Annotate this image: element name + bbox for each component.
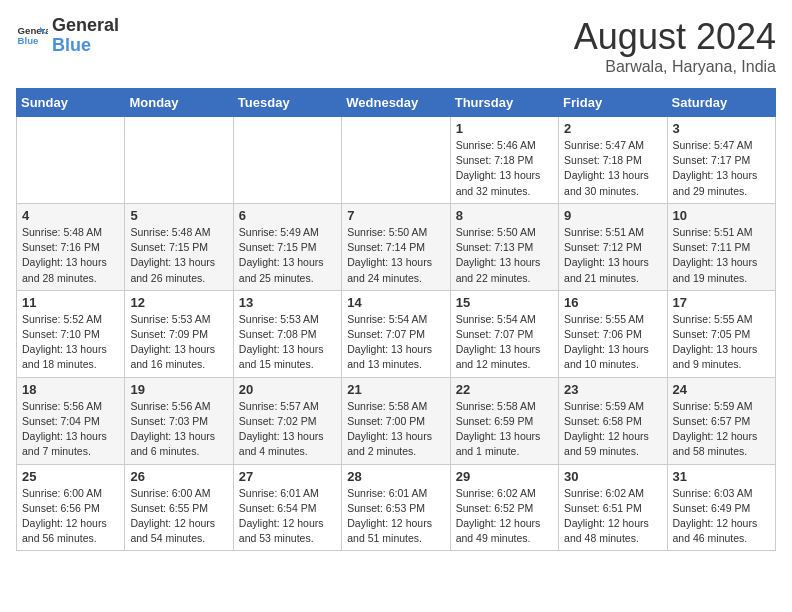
day-number: 13 [239,295,336,310]
calendar-cell: 19Sunrise: 5:56 AM Sunset: 7:03 PM Dayli… [125,377,233,464]
day-number: 14 [347,295,444,310]
day-info: Sunrise: 5:59 AM Sunset: 6:58 PM Dayligh… [564,399,661,460]
day-number: 25 [22,469,119,484]
day-number: 9 [564,208,661,223]
day-number: 29 [456,469,553,484]
day-number: 15 [456,295,553,310]
day-info: Sunrise: 5:46 AM Sunset: 7:18 PM Dayligh… [456,138,553,199]
svg-text:Blue: Blue [18,35,39,46]
day-info: Sunrise: 6:00 AM Sunset: 6:55 PM Dayligh… [130,486,227,547]
calendar-cell [233,117,341,204]
calendar-cell: 10Sunrise: 5:51 AM Sunset: 7:11 PM Dayli… [667,203,775,290]
calendar-cell: 27Sunrise: 6:01 AM Sunset: 6:54 PM Dayli… [233,464,341,551]
calendar-cell: 6Sunrise: 5:49 AM Sunset: 7:15 PM Daylig… [233,203,341,290]
calendar-week-2: 4Sunrise: 5:48 AM Sunset: 7:16 PM Daylig… [17,203,776,290]
page-header: General Blue General Blue August 2024 Ba… [16,16,776,76]
day-number: 21 [347,382,444,397]
day-info: Sunrise: 5:54 AM Sunset: 7:07 PM Dayligh… [456,312,553,373]
day-info: Sunrise: 6:03 AM Sunset: 6:49 PM Dayligh… [673,486,770,547]
calendar-header-row: SundayMondayTuesdayWednesdayThursdayFrid… [17,89,776,117]
calendar-cell: 20Sunrise: 5:57 AM Sunset: 7:02 PM Dayli… [233,377,341,464]
calendar-cell: 3Sunrise: 5:47 AM Sunset: 7:17 PM Daylig… [667,117,775,204]
day-info: Sunrise: 6:00 AM Sunset: 6:56 PM Dayligh… [22,486,119,547]
day-number: 19 [130,382,227,397]
day-info: Sunrise: 6:02 AM Sunset: 6:51 PM Dayligh… [564,486,661,547]
day-number: 3 [673,121,770,136]
calendar-cell: 12Sunrise: 5:53 AM Sunset: 7:09 PM Dayli… [125,290,233,377]
calendar-cell [342,117,450,204]
day-number: 23 [564,382,661,397]
calendar-cell: 14Sunrise: 5:54 AM Sunset: 7:07 PM Dayli… [342,290,450,377]
day-info: Sunrise: 5:51 AM Sunset: 7:11 PM Dayligh… [673,225,770,286]
day-info: Sunrise: 5:49 AM Sunset: 7:15 PM Dayligh… [239,225,336,286]
calendar-cell: 13Sunrise: 5:53 AM Sunset: 7:08 PM Dayli… [233,290,341,377]
calendar-week-3: 11Sunrise: 5:52 AM Sunset: 7:10 PM Dayli… [17,290,776,377]
day-info: Sunrise: 5:58 AM Sunset: 7:00 PM Dayligh… [347,399,444,460]
calendar-cell: 26Sunrise: 6:00 AM Sunset: 6:55 PM Dayli… [125,464,233,551]
column-header-saturday: Saturday [667,89,775,117]
day-number: 18 [22,382,119,397]
day-info: Sunrise: 5:47 AM Sunset: 7:18 PM Dayligh… [564,138,661,199]
day-info: Sunrise: 5:48 AM Sunset: 7:16 PM Dayligh… [22,225,119,286]
calendar-cell: 1Sunrise: 5:46 AM Sunset: 7:18 PM Daylig… [450,117,558,204]
day-info: Sunrise: 5:50 AM Sunset: 7:14 PM Dayligh… [347,225,444,286]
day-info: Sunrise: 5:59 AM Sunset: 6:57 PM Dayligh… [673,399,770,460]
day-number: 30 [564,469,661,484]
day-number: 7 [347,208,444,223]
calendar-cell: 25Sunrise: 6:00 AM Sunset: 6:56 PM Dayli… [17,464,125,551]
day-number: 4 [22,208,119,223]
day-number: 12 [130,295,227,310]
calendar-table: SundayMondayTuesdayWednesdayThursdayFrid… [16,88,776,551]
day-info: Sunrise: 6:01 AM Sunset: 6:54 PM Dayligh… [239,486,336,547]
day-number: 1 [456,121,553,136]
column-header-tuesday: Tuesday [233,89,341,117]
calendar-week-5: 25Sunrise: 6:00 AM Sunset: 6:56 PM Dayli… [17,464,776,551]
day-number: 28 [347,469,444,484]
day-info: Sunrise: 5:53 AM Sunset: 7:08 PM Dayligh… [239,312,336,373]
day-info: Sunrise: 5:55 AM Sunset: 7:05 PM Dayligh… [673,312,770,373]
calendar-cell: 29Sunrise: 6:02 AM Sunset: 6:52 PM Dayli… [450,464,558,551]
calendar-cell: 17Sunrise: 5:55 AM Sunset: 7:05 PM Dayli… [667,290,775,377]
calendar-cell: 9Sunrise: 5:51 AM Sunset: 7:12 PM Daylig… [559,203,667,290]
day-number: 8 [456,208,553,223]
day-info: Sunrise: 5:53 AM Sunset: 7:09 PM Dayligh… [130,312,227,373]
calendar-cell [17,117,125,204]
day-info: Sunrise: 5:58 AM Sunset: 6:59 PM Dayligh… [456,399,553,460]
calendar-cell: 18Sunrise: 5:56 AM Sunset: 7:04 PM Dayli… [17,377,125,464]
column-header-thursday: Thursday [450,89,558,117]
column-header-friday: Friday [559,89,667,117]
day-number: 5 [130,208,227,223]
calendar-cell: 8Sunrise: 5:50 AM Sunset: 7:13 PM Daylig… [450,203,558,290]
logo-text: General Blue [52,16,119,56]
day-info: Sunrise: 6:02 AM Sunset: 6:52 PM Dayligh… [456,486,553,547]
day-info: Sunrise: 5:48 AM Sunset: 7:15 PM Dayligh… [130,225,227,286]
calendar-cell: 7Sunrise: 5:50 AM Sunset: 7:14 PM Daylig… [342,203,450,290]
day-number: 6 [239,208,336,223]
calendar-cell: 11Sunrise: 5:52 AM Sunset: 7:10 PM Dayli… [17,290,125,377]
day-info: Sunrise: 5:57 AM Sunset: 7:02 PM Dayligh… [239,399,336,460]
column-header-wednesday: Wednesday [342,89,450,117]
day-number: 11 [22,295,119,310]
day-info: Sunrise: 5:56 AM Sunset: 7:03 PM Dayligh… [130,399,227,460]
location: Barwala, Haryana, India [574,58,776,76]
calendar-cell: 15Sunrise: 5:54 AM Sunset: 7:07 PM Dayli… [450,290,558,377]
day-info: Sunrise: 6:01 AM Sunset: 6:53 PM Dayligh… [347,486,444,547]
day-number: 22 [456,382,553,397]
day-info: Sunrise: 5:55 AM Sunset: 7:06 PM Dayligh… [564,312,661,373]
day-info: Sunrise: 5:54 AM Sunset: 7:07 PM Dayligh… [347,312,444,373]
calendar-cell: 4Sunrise: 5:48 AM Sunset: 7:16 PM Daylig… [17,203,125,290]
calendar-week-1: 1Sunrise: 5:46 AM Sunset: 7:18 PM Daylig… [17,117,776,204]
column-header-monday: Monday [125,89,233,117]
day-info: Sunrise: 5:52 AM Sunset: 7:10 PM Dayligh… [22,312,119,373]
day-number: 2 [564,121,661,136]
title-area: August 2024 Barwala, Haryana, India [574,16,776,76]
logo: General Blue General Blue [16,16,119,56]
calendar-cell: 24Sunrise: 5:59 AM Sunset: 6:57 PM Dayli… [667,377,775,464]
day-info: Sunrise: 5:51 AM Sunset: 7:12 PM Dayligh… [564,225,661,286]
day-number: 31 [673,469,770,484]
day-number: 20 [239,382,336,397]
calendar-cell: 16Sunrise: 5:55 AM Sunset: 7:06 PM Dayli… [559,290,667,377]
day-number: 17 [673,295,770,310]
day-number: 24 [673,382,770,397]
day-info: Sunrise: 5:47 AM Sunset: 7:17 PM Dayligh… [673,138,770,199]
